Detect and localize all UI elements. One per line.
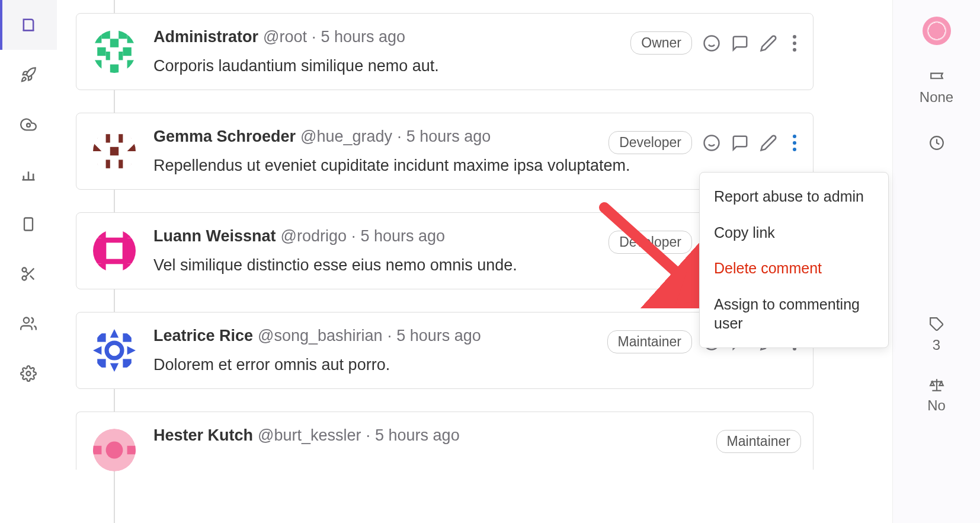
chart-icon (20, 166, 37, 183)
svg-point-11 (24, 318, 29, 323)
svg-rect-64 (123, 359, 131, 367)
svg-rect-47 (93, 238, 101, 263)
separator: · (351, 227, 356, 245)
tag-icon (929, 317, 944, 332)
author-name[interactable]: Luann Weissnat (153, 227, 276, 245)
timestamp[interactable]: 5 hours ago (375, 426, 460, 445)
username[interactable]: @root (263, 28, 307, 46)
svg-rect-24 (127, 60, 136, 68)
avatar[interactable] (93, 429, 136, 471)
svg-rect-51 (93, 264, 106, 272)
time-section[interactable] (929, 135, 944, 151)
svg-rect-23 (93, 60, 101, 68)
timestamp[interactable]: 5 hours ago (406, 127, 491, 146)
role-badge: Developer (609, 231, 692, 254)
comment-body: Dolorem et error omnis aut porro. (153, 356, 796, 374)
svg-rect-15 (127, 34, 136, 43)
emoji-icon[interactable] (703, 134, 720, 152)
avatar[interactable] (93, 229, 136, 272)
nav-settings[interactable] (0, 349, 57, 398)
username[interactable]: @hue_grady (300, 127, 392, 146)
svg-rect-36 (110, 147, 119, 155)
svg-point-41 (704, 135, 719, 150)
avatar[interactable] (93, 329, 136, 372)
nav-cloud[interactable] (0, 100, 57, 149)
svg-point-70 (106, 442, 123, 459)
edit-icon[interactable] (760, 134, 777, 152)
svg-line-9 (30, 276, 34, 279)
weight-value: No (927, 397, 946, 414)
milestone-section[interactable]: None (920, 69, 953, 106)
comment-item: Administrator @root · 5 hours ago Corpor… (76, 13, 814, 90)
svg-rect-21 (106, 52, 110, 60)
username[interactable]: @rodrigo (281, 227, 347, 245)
assign-user-item[interactable]: Assign to commenting user (700, 286, 888, 342)
role-badge: Maintainer (716, 430, 801, 453)
author-name[interactable]: Leatrice Rice (153, 327, 253, 345)
rocket-icon (20, 66, 37, 83)
nav-wiki[interactable] (0, 199, 57, 249)
username[interactable]: @burt_kessler (258, 426, 361, 445)
weight-section[interactable]: No (927, 377, 946, 414)
avatar[interactable] (93, 30, 136, 73)
svg-rect-16 (101, 30, 110, 39)
svg-rect-40 (119, 160, 123, 168)
delete-comment-item[interactable]: Delete comment (700, 250, 888, 286)
reply-icon[interactable] (731, 34, 749, 52)
timestamp[interactable]: 5 hours ago (396, 327, 481, 345)
svg-line-10 (25, 271, 28, 274)
milestone-value: None (920, 89, 953, 106)
svg-rect-72 (127, 446, 136, 454)
emoji-icon[interactable] (703, 34, 720, 52)
edit-icon[interactable] (760, 34, 777, 52)
svg-rect-71 (93, 446, 101, 454)
nav-analytics[interactable] (0, 149, 57, 199)
comment-actions: Owner (630, 31, 801, 55)
author-name[interactable]: Gemma Schroeder (153, 127, 296, 146)
timestamp[interactable]: 5 hours ago (321, 28, 405, 46)
svg-rect-46 (123, 229, 136, 238)
assignee-avatar[interactable] (923, 17, 951, 45)
username[interactable]: @song_bashirian (258, 327, 383, 345)
report-abuse-item[interactable]: Report abuse to admin (700, 178, 888, 215)
separator: · (397, 127, 402, 146)
svg-point-12 (27, 372, 31, 376)
comment-actions-dropdown: Report abuse to admin Copy link Delete c… (699, 172, 889, 348)
milestone-icon (929, 69, 944, 84)
clock-icon (929, 135, 944, 151)
reply-icon[interactable] (731, 134, 749, 152)
separator: · (366, 426, 371, 445)
nav-snippets[interactable] (0, 249, 57, 299)
svg-rect-32 (106, 134, 110, 142)
author-name[interactable]: Hester Kutch (153, 426, 253, 445)
svg-rect-33 (119, 134, 123, 142)
timestamp[interactable]: 5 hours ago (361, 227, 446, 245)
svg-rect-5 (24, 218, 33, 231)
labels-section[interactable]: 3 (929, 317, 944, 353)
project-icon (20, 17, 37, 33)
nav-members[interactable] (0, 299, 57, 349)
svg-rect-59 (123, 333, 131, 342)
svg-point-7 (23, 276, 27, 280)
right-sidebar: None 3 No (892, 0, 980, 523)
avatar[interactable] (93, 130, 136, 173)
left-sidebar (0, 0, 57, 523)
gear-icon (20, 365, 37, 382)
svg-rect-58 (97, 333, 105, 342)
comment-body: Corporis laudantium similique nemo aut. (153, 57, 796, 75)
more-actions-button[interactable] (788, 33, 801, 54)
author-name[interactable]: Administrator (153, 28, 258, 46)
svg-rect-52 (123, 264, 136, 272)
book-icon (20, 216, 37, 232)
scissors-icon (20, 266, 37, 282)
comment-body: Repellendus ut eveniet cupiditate incidu… (153, 157, 796, 175)
nav-project[interactable] (0, 0, 57, 50)
more-actions-button[interactable] (788, 132, 801, 154)
svg-rect-63 (97, 359, 105, 367)
scale-icon (929, 377, 944, 393)
svg-rect-20 (123, 47, 131, 56)
nav-rocket[interactable] (0, 50, 57, 100)
copy-link-item[interactable]: Copy link (700, 215, 888, 251)
svg-rect-25 (110, 65, 119, 73)
svg-rect-18 (110, 39, 119, 47)
